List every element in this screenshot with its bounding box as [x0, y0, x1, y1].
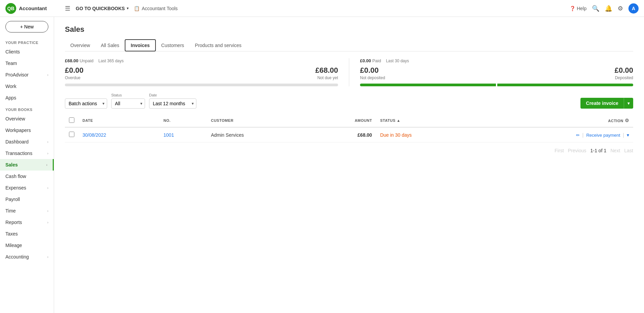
settings-button[interactable]: ⚙: [618, 5, 623, 12]
tab-products-services[interactable]: Products and services: [190, 39, 247, 51]
sidebar-item-dashboard[interactable]: Dashboard ›: [0, 136, 54, 148]
notdueyet-amount: £68.00: [315, 66, 338, 75]
quickbooks-logo: QB: [5, 3, 16, 14]
accountant-tools-link[interactable]: 📋 Accountant Tools: [134, 6, 177, 11]
tab-customers[interactable]: Customers: [156, 39, 190, 51]
pagination-next[interactable]: Next: [611, 148, 620, 153]
unpaid-section: £68.00 Unpaid Last 365 days £0.00 Overdu…: [65, 58, 338, 86]
transactions-chevron-icon: ›: [47, 152, 48, 155]
status-label: Status: [111, 93, 145, 97]
row-status: Due in 30 days: [376, 127, 477, 142]
notdeposited-label: Not deposited: [360, 75, 385, 80]
sidebar-item-overview[interactable]: Overview: [0, 113, 54, 125]
notdueyet-label: Not due yet: [315, 75, 338, 80]
logo-initials: QB: [7, 6, 15, 11]
create-invoice-button[interactable]: Create invoice: [580, 98, 624, 109]
column-settings-icon[interactable]: ⚙: [625, 118, 629, 123]
notdeposited-amount: £0.00: [360, 66, 385, 75]
sidebar-item-time[interactable]: Time ›: [0, 205, 54, 217]
search-icon: 🔍: [592, 5, 599, 12]
overdue-label: Overdue: [65, 75, 84, 80]
new-button[interactable]: + New: [5, 21, 48, 32]
row-checkbox[interactable]: [69, 132, 74, 137]
sidebar-item-reports[interactable]: Reports ›: [0, 217, 54, 228]
table-row: 30/08/2022 1001 Admin Services £68.00 Du…: [65, 127, 633, 142]
status-filter-group: Status All Paid Unpaid Overdue: [111, 93, 145, 109]
sidebar-item-expenses[interactable]: Expenses ›: [0, 182, 54, 194]
row-date[interactable]: 30/08/2022: [78, 127, 160, 142]
row-customer: Admin Services: [207, 127, 311, 142]
sidebar-item-work[interactable]: Work: [0, 81, 54, 92]
goto-chevron-icon: ▾: [127, 6, 128, 10]
help-button[interactable]: ❓ Help: [570, 6, 587, 11]
create-invoice-dropdown-button[interactable]: ▾: [624, 98, 633, 109]
user-avatar[interactable]: A: [628, 3, 639, 14]
pagination-last[interactable]: Last: [624, 148, 633, 153]
deposited-label: Deposited: [615, 75, 633, 80]
select-all-header: [65, 114, 78, 127]
accounting-chevron-icon: ›: [47, 255, 48, 259]
sidebar-item-clients[interactable]: Clients: [0, 46, 54, 58]
sidebar-item-proadvisor[interactable]: ProAdvisor ›: [0, 69, 54, 81]
edit-icon[interactable]: ✏: [576, 133, 580, 138]
sidebar-item-mileage[interactable]: Mileage: [0, 240, 54, 251]
row-number[interactable]: 1001: [160, 127, 207, 142]
main-content: Sales Overview All Sales Invoices Custom…: [54, 17, 644, 313]
customer-header: CUSTOMER: [207, 114, 311, 127]
action-header: ACTION ⚙: [477, 114, 633, 127]
select-all-checkbox[interactable]: [69, 117, 74, 123]
sidebar-item-team[interactable]: Team: [0, 58, 54, 69]
status-select[interactable]: All Paid Unpaid Overdue: [111, 98, 145, 109]
deposited-amount: £0.00: [615, 66, 633, 75]
practice-section-label: YOUR PRACTICE: [0, 37, 54, 46]
dashboard-chevron-icon: ›: [47, 140, 48, 144]
sidebar-item-taxes[interactable]: Taxes: [0, 228, 54, 240]
proadvisor-chevron-icon: ›: [47, 73, 48, 77]
sidebar-item-workpapers[interactable]: Workpapers: [0, 125, 54, 136]
summary-row: £68.00 Unpaid Last 365 days £0.00 Overdu…: [65, 58, 633, 86]
gear-icon: ⚙: [618, 5, 623, 12]
logo-area: QB Accountant: [5, 3, 59, 14]
no-header: NO.: [160, 114, 207, 127]
pagination-first[interactable]: First: [555, 148, 564, 153]
sidebar-item-accounting[interactable]: Accounting ›: [0, 251, 54, 263]
goto-quickbooks-link[interactable]: GO TO QUICKBOOKS ▾: [76, 6, 128, 11]
tab-overview[interactable]: Overview: [65, 39, 95, 51]
invoice-table: DATE NO. CUSTOMER AMOUNT STATUS ▲ ACTION…: [65, 114, 633, 142]
paid-section: £0.00 Paid Last 30 days £0.00 Not deposi…: [360, 58, 633, 86]
pagination: First Previous 1-1 of 1 Next Last: [65, 142, 633, 159]
receive-payment-link[interactable]: Receive payment: [586, 133, 620, 138]
date-select[interactable]: Last 12 months Last 30 days Last 365 day…: [149, 98, 196, 109]
sidebar-item-apps[interactable]: Apps: [0, 92, 54, 104]
top-nav: QB Accountant ☰ GO TO QUICKBOOKS ▾ 📋 Acc…: [0, 0, 644, 17]
sidebar-item-payroll[interactable]: Payroll: [0, 194, 54, 205]
expenses-chevron-icon: ›: [47, 186, 48, 190]
search-button[interactable]: 🔍: [592, 5, 599, 12]
sidebar-item-transactions[interactable]: Transactions ›: [0, 148, 54, 159]
tab-invoices[interactable]: Invoices: [125, 39, 156, 51]
logo-text: Accountant: [19, 5, 47, 11]
reports-chevron-icon: ›: [47, 221, 48, 224]
create-invoice-btn-group: Create invoice ▾: [580, 98, 633, 109]
tab-all-sales[interactable]: All Sales: [95, 39, 124, 51]
filters-row: Batch actions Status All Paid Unpaid Ove…: [65, 93, 633, 109]
pagination-previous[interactable]: Previous: [568, 148, 586, 153]
batch-actions-select[interactable]: Batch actions: [65, 98, 107, 109]
row-action-cell: ✏ | Receive payment | ▾: [477, 127, 633, 142]
page-title: Sales: [65, 25, 633, 34]
date-label: Date: [149, 93, 196, 97]
overdue-amount: £0.00: [65, 66, 84, 75]
date-filter-group: Date Last 12 months Last 30 days Last 36…: [149, 93, 196, 109]
status-header: STATUS ▲: [376, 114, 477, 127]
row-action-dropdown-icon[interactable]: ▾: [627, 132, 629, 138]
sidebar-item-cashflow[interactable]: Cash flow: [0, 171, 54, 182]
sidebar-item-sales[interactable]: Sales ›: [0, 159, 54, 171]
sales-chevron-icon: ›: [46, 163, 47, 167]
row-checkbox-cell: [65, 127, 78, 142]
bell-icon: 🔔: [605, 5, 612, 12]
row-amount: £68.00: [311, 127, 376, 142]
books-section-label: YOUR BOOKS: [0, 104, 54, 113]
hamburger-menu-icon[interactable]: ☰: [65, 5, 70, 12]
notifications-button[interactable]: 🔔: [605, 5, 612, 12]
tabs-bar: Overview All Sales Invoices Customers Pr…: [65, 39, 633, 51]
